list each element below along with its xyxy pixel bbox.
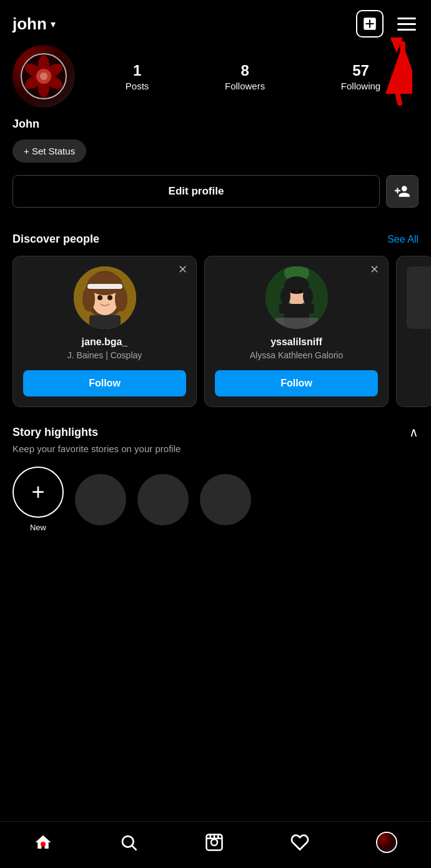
svg-point-28 — [303, 288, 313, 305]
followers-stat[interactable]: 8 Followers — [225, 62, 265, 91]
discover-card-partial — [396, 256, 431, 407]
nav-profile[interactable] — [369, 829, 405, 855]
menu-line-3 — [397, 29, 416, 31]
card-avatar-1 — [74, 266, 136, 329]
card-username-1: jane.bga_ — [23, 336, 186, 348]
profile-avatar[interactable] — [12, 45, 75, 108]
menu-line-2 — [397, 23, 416, 25]
svg-rect-32 — [279, 304, 290, 313]
see-all-link[interactable]: See All — [387, 234, 419, 245]
story-highlights-title: Story highlights — [12, 426, 98, 439]
svg-point-27 — [280, 288, 290, 305]
username-text: john — [12, 14, 47, 34]
header-left: john ▾ — [12, 14, 56, 34]
chevron-up-icon[interactable]: ∧ — [409, 425, 419, 440]
user-avatar-jane — [74, 266, 136, 329]
svg-point-19 — [97, 295, 102, 300]
svg-point-30 — [299, 290, 302, 293]
following-stat[interactable]: 57 Following — [341, 62, 380, 91]
card-close-button-1[interactable]: ✕ — [178, 264, 187, 275]
highlight-new-label: New — [30, 523, 46, 532]
menu-line-1 — [397, 18, 416, 19]
set-status-label: + Set Status — [24, 146, 75, 156]
profile-section: 1 Posts 8 Followers 57 Following John + … — [0, 45, 431, 233]
avatar-image — [12, 45, 75, 108]
person-add-icon — [394, 183, 410, 199]
stats-row: 1 Posts 8 Followers 57 Following — [87, 62, 419, 91]
discover-card-2: ✕ — [204, 256, 389, 407]
highlight-placeholder-1 — [75, 474, 126, 525]
nav-profile-avatar — [376, 832, 397, 853]
add-friend-button[interactable] — [386, 175, 419, 208]
profile-top: 1 Posts 8 Followers 57 Following — [12, 45, 419, 108]
nav-reels-container — [197, 830, 231, 854]
search-icon — [119, 833, 138, 852]
plus-icon: + — [31, 481, 44, 503]
svg-rect-33 — [303, 304, 314, 313]
chevron-down-icon: ▾ — [51, 18, 56, 30]
nav-reels[interactable] — [197, 830, 231, 854]
bottom-spacer — [0, 532, 431, 595]
add-highlight-button[interactable]: + — [12, 467, 64, 518]
add-new-button[interactable] — [356, 10, 384, 38]
nav-search[interactable] — [112, 830, 146, 854]
card-avatar-2 — [265, 266, 328, 329]
profile-display-name: John — [12, 118, 419, 131]
story-highlights-header: Story highlights ∧ — [12, 425, 419, 440]
svg-point-20 — [107, 295, 112, 300]
follow-button-1[interactable]: Follow — [23, 370, 186, 396]
highlight-new[interactable]: + New — [12, 467, 64, 532]
header: john ▾ — [0, 0, 431, 45]
posts-count: 1 — [133, 62, 141, 79]
user-avatar-yssa — [265, 266, 328, 329]
svg-point-10 — [40, 73, 47, 80]
svg-point-38 — [211, 839, 217, 845]
action-buttons: Edit profile — [12, 175, 419, 208]
story-highlights-section: Story highlights ∧ Keep your favorite st… — [0, 425, 431, 532]
svg-point-29 — [291, 290, 295, 293]
nav-avatar-image — [377, 833, 396, 852]
card-close-button-2[interactable]: ✕ — [370, 264, 379, 275]
menu-button[interactable] — [395, 15, 419, 33]
nav-home-container — [26, 830, 60, 854]
plus-square-icon — [362, 16, 378, 32]
discover-people-title: Discover people — [12, 233, 99, 246]
card-username-2: yssalilsniff — [215, 336, 378, 348]
svg-point-35 — [122, 836, 134, 847]
heart-icon — [290, 833, 309, 852]
followers-label: Followers — [225, 81, 265, 91]
set-status-button[interactable]: + Set Status — [12, 139, 86, 163]
svg-line-36 — [132, 846, 136, 850]
header-right — [356, 10, 419, 38]
followers-count: 8 — [240, 62, 249, 79]
nav-activity[interactable] — [283, 830, 317, 854]
home-notification-dot — [41, 842, 46, 847]
avatar-flower-icon — [19, 51, 69, 101]
discover-card-1: ✕ j — [12, 256, 197, 407]
svg-point-16 — [82, 286, 95, 311]
nav-activity-container — [283, 830, 317, 854]
nav-search-container — [112, 830, 146, 854]
edit-profile-button[interactable]: Edit profile — [12, 175, 380, 208]
following-label: Following — [341, 81, 380, 91]
svg-point-17 — [115, 286, 127, 311]
follow-button-2[interactable]: Follow — [215, 370, 378, 396]
bottom-nav — [0, 821, 431, 868]
highlight-placeholder-2 — [137, 474, 189, 525]
reels-icon — [205, 833, 224, 852]
nav-profile-container — [369, 829, 405, 855]
discover-people-header: Discover people See All — [0, 233, 431, 256]
story-subtitle: Keep your favorite stories on your profi… — [12, 443, 419, 454]
highlight-placeholder-3 — [200, 474, 251, 525]
discover-scroll: ✕ j — [0, 256, 431, 407]
svg-rect-34 — [275, 318, 319, 329]
posts-stat[interactable]: 1 Posts — [126, 62, 149, 91]
posts-label: Posts — [126, 81, 149, 91]
highlights-row: + New — [12, 467, 419, 532]
svg-rect-18 — [87, 284, 122, 289]
card-realname-2: Alyssa Kathleen Galorio — [215, 350, 378, 360]
following-count: 57 — [352, 62, 369, 79]
svg-rect-21 — [89, 315, 121, 329]
card-realname-1: J. Baines | Cosplay — [23, 350, 186, 360]
